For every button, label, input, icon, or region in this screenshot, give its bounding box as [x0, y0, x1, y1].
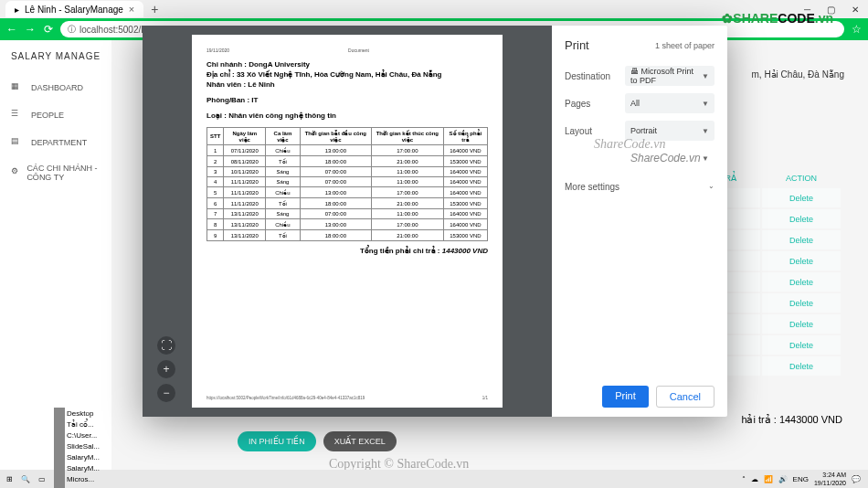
zoom-out-icon[interactable]: − [157, 384, 175, 402]
destination-select[interactable]: 🖶 Microsoft Print to PDF▼ [625, 66, 715, 86]
close-window-icon[interactable]: ✕ [852, 5, 859, 15]
chevron-down-icon: ▼ [702, 72, 709, 80]
people-icon: ☰ [11, 109, 24, 122]
tray-volume-icon[interactable]: 🔊 [778, 475, 788, 483]
sidebar-item-branches[interactable]: ⚙CÁC CHI NHÁNH - CÔNG TY [0, 156, 111, 189]
watermark-logo: ✿SHARECODE.vn [722, 11, 833, 26]
tab-favicon: ▸ [15, 5, 19, 15]
forward-icon[interactable]: → [24, 23, 37, 36]
taskbar-item[interactable]: C:\User... [51, 430, 124, 440]
delete-button[interactable]: Delete [789, 215, 813, 224]
sidebar-item-department[interactable]: ▤DEPARTMENT [0, 129, 111, 156]
taskbar-item[interactable]: SalaryM... [51, 451, 124, 462]
delete-button[interactable]: Delete [789, 362, 813, 371]
browser-tab[interactable]: ▸ Lê Ninh - SalaryManage × [5, 1, 143, 17]
new-tab-button[interactable]: + [143, 2, 165, 16]
pages-label: Pages [565, 99, 625, 109]
branch-icon: ⚙ [11, 166, 19, 179]
col-action: ACTION [762, 170, 841, 186]
close-icon[interactable]: × [129, 4, 134, 15]
cancel-button[interactable]: Cancel [656, 386, 715, 408]
notification-icon[interactable]: 💬 [852, 475, 861, 483]
taskbar-item[interactable]: Micros... [51, 473, 124, 484]
delete-button[interactable]: Delete [789, 341, 813, 350]
app-name: SALARY MANAGE [0, 46, 111, 74]
zoom-in-icon[interactable]: + [157, 360, 175, 378]
layout-label: Layout [565, 126, 625, 136]
delete-button[interactable]: Delete [789, 299, 813, 308]
tray-wifi-icon[interactable]: 📶 [764, 475, 773, 483]
sidebar-item-people[interactable]: ☰PEOPLE [0, 101, 111, 129]
sidebar: SALARY MANAGE ▦DASHBOARD ☰PEOPLE ▤DEPART… [0, 40, 111, 470]
taskbar-item[interactable]: SalaryM... [51, 462, 124, 473]
print-panel: Print 1 sheet of paper Destination 🖶 Mic… [552, 26, 727, 417]
destination-label: Destination [565, 71, 625, 81]
tab-title: Lê Ninh - SalaryManage [25, 5, 123, 15]
sheet-count: 1 sheet of paper [655, 41, 715, 50]
reload-icon[interactable]: ⟳ [42, 23, 55, 36]
chevron-down-icon: ▼ [702, 100, 709, 108]
taskview-icon[interactable]: ▭ [36, 475, 48, 483]
taskbar-item[interactable]: SlideSal... [51, 484, 124, 488]
more-settings-toggle[interactable]: More settings⌄ [565, 182, 715, 192]
back-icon[interactable]: ← [5, 23, 18, 36]
page-subtitle-tail: m, Hải Châu, Đà Nẵng [752, 69, 844, 80]
print-dialog: 19/11/2020Document Chi nhánh : DongA Uni… [143, 26, 727, 417]
chevron-down-icon: ▼ [702, 127, 709, 135]
print-slip-button[interactable]: IN PHIẾU TIỀN [238, 431, 316, 451]
taskbar: ⊞ 🔍 ▭ DesktopTải cổ...C:\User...SlideSal… [0, 470, 868, 488]
chevron-down-icon: ⌄ [708, 182, 715, 192]
start-icon[interactable]: ⊞ [4, 475, 16, 483]
tray-lang[interactable]: ENG [793, 475, 809, 483]
delete-button[interactable]: Delete [789, 278, 813, 287]
delete-button[interactable]: Delete [789, 320, 813, 329]
bookmark-icon[interactable]: ☆ [850, 23, 863, 36]
print-button[interactable]: Print [602, 386, 649, 408]
sidebar-item-dashboard[interactable]: ▦DASHBOARD [0, 74, 111, 101]
fit-icon[interactable]: ⛶ [157, 336, 175, 355]
print-title: Print [565, 38, 589, 52]
print-preview: 19/11/2020Document Chi nhánh : DongA Uni… [143, 26, 552, 417]
pages-select[interactable]: All▼ [625, 93, 715, 113]
taskbar-clock[interactable]: 3:24 AM19/11/2020 [814, 471, 846, 487]
color-select[interactable]: ShareCode.vn▼ [625, 148, 715, 168]
taskbar-item[interactable]: Tải cổ... [51, 419, 124, 430]
background-total: hải trả : 1443000 VND [741, 414, 842, 426]
chevron-down-icon: ▼ [702, 154, 709, 163]
delete-button[interactable]: Delete [789, 236, 813, 245]
dashboard-icon: ▦ [11, 81, 24, 94]
search-icon[interactable]: 🔍 [18, 475, 33, 483]
delete-button[interactable]: Delete [789, 257, 813, 266]
export-excel-button[interactable]: XUẤT EXCEL [323, 431, 397, 451]
lock-icon: ⓘ [68, 24, 76, 36]
tray-chevron-icon[interactable]: ˄ [742, 475, 746, 483]
taskbar-item[interactable]: Desktop [51, 408, 124, 419]
tray-cloud-icon[interactable]: ☁ [751, 475, 758, 483]
department-icon: ▤ [11, 136, 24, 149]
taskbar-item[interactable]: SlideSal... [51, 440, 124, 451]
preview-sheet: 19/11/2020Document Chi nhánh : DongA Uni… [192, 35, 503, 408]
layout-select[interactable]: Portrait▼ [625, 121, 715, 141]
delete-button[interactable]: Delete [789, 194, 813, 203]
preview-table: STTNgày làm việcCa làm việcThời gian bắt… [206, 127, 488, 241]
